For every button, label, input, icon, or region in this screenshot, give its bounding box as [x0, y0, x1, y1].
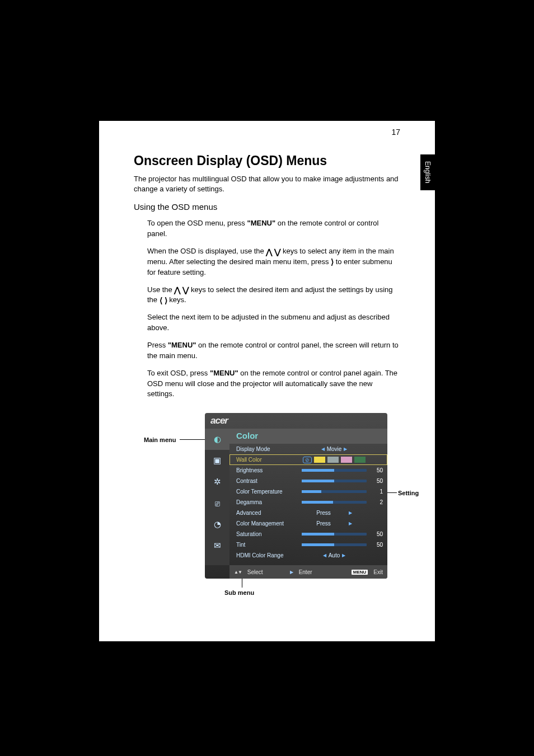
osd-section-title: Color	[229, 429, 387, 444]
instruction-p2: When the OSD is displayed, use the ⋀ ⋁ k…	[147, 246, 400, 278]
row-advanced[interactable]: Advanced Press ▶	[229, 508, 387, 518]
instruction-p6: To exit OSD, press "MENU" on the remote …	[147, 368, 400, 400]
section-heading: Using the OSD menus	[134, 202, 400, 212]
tab-color-icon[interactable]: ◐	[205, 429, 229, 450]
tab-management-icon[interactable]: ⎚	[205, 492, 229, 514]
osd-submenu: Color Display Mode ◀ Movie ▶ Wall Color	[229, 429, 387, 565]
press-label: Press	[316, 520, 331, 527]
tab-image-icon[interactable]: ▣	[205, 450, 229, 471]
row-label: Tint	[236, 542, 298, 548]
row-hdmi-color-range[interactable]: HDMI Color Range ◀ Auto ▶	[229, 550, 387, 561]
label-main-menu: Main menu	[144, 436, 176, 443]
tab-audio-icon[interactable]: ◔	[205, 514, 229, 535]
instruction-p1: To open the OSD menu, press "MENU" on th…	[147, 218, 400, 240]
row-label: Wall Color	[236, 457, 298, 463]
row-brightness[interactable]: Brightness 50	[229, 465, 387, 476]
acer-logo: acer	[210, 415, 228, 426]
slider-value: 50	[371, 542, 383, 548]
row-wall-color[interactable]: Wall Color ⊘	[229, 454, 387, 465]
slider-control[interactable]	[298, 543, 371, 546]
up-down-icon: ▲▼	[234, 570, 242, 575]
enter-arrow-icon: ▶	[290, 570, 293, 575]
arrow-right-icon[interactable]: ▶	[349, 521, 352, 526]
osd-screenshot: acer ◐ ▣ ✲ ⎚ ◔ ✉ Color Display Mode ◀	[205, 413, 387, 579]
slider-control[interactable]	[298, 490, 371, 493]
wall-color-off-icon[interactable]: ⊘	[303, 457, 312, 463]
slider-value: 2	[371, 499, 383, 505]
leader-line	[387, 492, 397, 493]
row-label: Color Temperature	[236, 489, 298, 495]
row-label: Brightness	[236, 467, 298, 473]
label-setting: Setting	[398, 490, 419, 496]
intro-text: The projector has multilingual OSD that …	[134, 174, 400, 194]
row-tint[interactable]: Tint 50	[229, 539, 387, 550]
row-label: Display Mode	[236, 446, 298, 452]
row-label: Contrast	[236, 478, 298, 484]
wall-color-swatches[interactable]: ⊘	[298, 457, 371, 463]
row-saturation[interactable]: Saturation 50	[229, 529, 387, 539]
arrow-right-icon[interactable]: ▶	[344, 447, 347, 452]
swatch[interactable]	[341, 457, 352, 463]
row-display-mode[interactable]: Display Mode ◀ Movie ▶	[229, 444, 387, 454]
arrow-left-icon[interactable]: ◀	[323, 553, 326, 558]
slider-value: 50	[371, 531, 383, 537]
row-contrast[interactable]: Contrast 50	[229, 476, 387, 486]
select-value: Movie	[327, 446, 342, 452]
osd-footer: ▲▼ Select ▶ Enter MENU Exit	[229, 565, 387, 579]
footer-enter-label: Enter	[299, 569, 312, 575]
left-right-icon: ⟨ ⟩	[160, 297, 167, 304]
page-number: 17	[391, 128, 400, 137]
document-page: 17 English Onscreen Display (OSD) Menus …	[99, 121, 435, 641]
select-control[interactable]: ◀ Movie ▶	[298, 446, 371, 452]
instruction-p5: Press "MENU" on the remote control or co…	[147, 340, 400, 361]
instructions: To open the OSD menu, press "MENU" on th…	[134, 218, 400, 400]
arrow-right-icon[interactable]: ▶	[349, 510, 352, 515]
row-label: Degamma	[236, 499, 298, 505]
page-content: Onscreen Display (OSD) Menus The project…	[99, 121, 435, 400]
arrow-left-icon[interactable]: ◀	[321, 447, 325, 452]
slider-control[interactable]	[298, 469, 371, 472]
slider-value: 50	[371, 467, 383, 473]
slider-control[interactable]	[298, 480, 371, 482]
swatch[interactable]	[327, 457, 339, 463]
swatch[interactable]	[354, 457, 366, 463]
select-control[interactable]: ◀ Auto ▶	[298, 552, 371, 558]
tab-language-icon[interactable]: ✉	[205, 535, 229, 556]
menu-key-icon: MENU	[352, 570, 368, 575]
language-label: English	[424, 161, 432, 183]
label-sub-menu: Sub menu	[224, 589, 254, 596]
select-value: Auto	[329, 552, 340, 558]
slider-control[interactable]	[298, 533, 371, 536]
page-title: Onscreen Display (OSD) Menus	[134, 153, 400, 168]
row-label: Advanced	[236, 510, 298, 516]
up-down-icon: ⋀ ⋁	[174, 286, 189, 294]
arrow-right-icon[interactable]: ▶	[342, 553, 345, 558]
instruction-p4: Select the next item to be adjusted in t…	[147, 312, 400, 334]
footer-select-label: Select	[247, 569, 263, 575]
slider-control[interactable]	[298, 501, 371, 504]
instruction-p3: Use the ⋀ ⋁ keys to select the desired i…	[147, 285, 400, 306]
language-tab: English	[420, 154, 435, 190]
row-label: Color Management	[236, 520, 298, 527]
row-label: HDMI Color Range	[236, 552, 298, 558]
row-color-management[interactable]: Color Management Press ▶	[229, 518, 387, 529]
press-label: Press	[316, 510, 331, 516]
tab-setting-icon[interactable]: ✲	[205, 471, 229, 492]
footer-exit-label: Exit	[373, 569, 383, 575]
slider-value: 1	[371, 489, 383, 495]
row-label: Saturation	[236, 531, 298, 537]
row-degamma[interactable]: Degamma 2	[229, 497, 387, 508]
slider-value: 50	[371, 478, 383, 484]
press-control[interactable]: Press ▶	[298, 520, 371, 527]
press-control[interactable]: Press ▶	[298, 510, 371, 516]
swatch[interactable]	[314, 457, 325, 463]
osd-main-menu-tabs: ◐ ▣ ✲ ⎚ ◔ ✉	[205, 429, 229, 565]
row-color-temperature[interactable]: Color Temperature 1	[229, 486, 387, 497]
up-down-icon: ⋀ ⋁	[266, 248, 280, 256]
